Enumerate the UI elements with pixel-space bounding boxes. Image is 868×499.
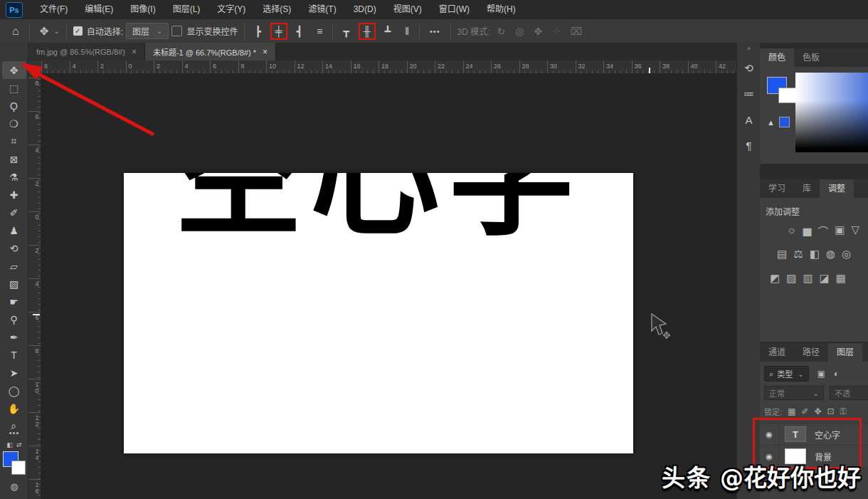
document-tab[interactable]: fm.jpg @ 86.5%(RGB/8#) ×: [28, 43, 145, 61]
menu-item[interactable]: 图层(L): [164, 0, 209, 19]
menu-item[interactable]: 滤镜(T): [300, 0, 344, 19]
tool-button[interactable]: T: [2, 346, 26, 364]
panel-icon[interactable]: A: [739, 109, 759, 130]
panel-tab[interactable]: 库: [794, 179, 820, 198]
tool-button[interactable]: ⌗: [2, 132, 26, 150]
adjustment-icon[interactable]: ◩: [770, 272, 780, 285]
more-options-icon[interactable]: •••: [426, 26, 444, 37]
default-colors-icon[interactable]: ◧: [6, 441, 13, 448]
tool-button[interactable]: ✚: [2, 186, 26, 204]
tool-button[interactable]: ◯: [2, 382, 26, 399]
align-icon[interactable]: ‖: [401, 24, 413, 38]
lock-icon[interactable]: ✥: [814, 406, 821, 416]
move-tool-preset-icon[interactable]: ✥: [36, 23, 53, 39]
tool-button[interactable]: ♟: [2, 221, 26, 239]
show-transform-checkbox[interactable]: [171, 26, 182, 36]
auto-select-target-dropdown[interactable]: 图层 ⌄: [126, 23, 169, 39]
panel-icon[interactable]: ⟲: [739, 58, 759, 79]
document-tab[interactable]: 未标题-1 @ 66.7%(RGB/8#) * ×: [145, 43, 276, 61]
tool-button[interactable]: Ϙ: [2, 97, 26, 115]
close-tab-icon[interactable]: ×: [263, 47, 268, 57]
layer-row[interactable]: ◉ T 空心字: [760, 423, 868, 445]
menu-item[interactable]: 图像(I): [122, 0, 164, 19]
adjustment-icon[interactable]: ▤: [777, 248, 787, 261]
lock-icon[interactable]: ▦: [788, 406, 795, 416]
panel-tab[interactable]: 色板: [794, 48, 828, 67]
tool-button[interactable]: ⊠: [2, 150, 26, 168]
close-tab-icon[interactable]: ×: [132, 47, 137, 57]
tool-button[interactable]: ⚲: [2, 310, 26, 328]
align-icon[interactable]: ┳: [339, 24, 352, 38]
document-canvas[interactable]: 空心字: [124, 173, 633, 453]
blend-mode-dropdown[interactable]: 正常 ⌄: [764, 386, 824, 400]
adjustment-icon[interactable]: ▅: [803, 224, 812, 238]
adjustment-icon[interactable]: ⌒: [817, 224, 828, 238]
tool-button[interactable]: ⬚: [2, 79, 26, 97]
panel-tab[interactable]: 路径: [794, 343, 828, 362]
gamut-color-swatch[interactable]: [779, 117, 790, 127]
3d-mode-icon[interactable]: ✥: [534, 26, 543, 37]
align-icon[interactable]: ╪: [272, 24, 286, 38]
adjustment-icon[interactable]: ☼: [787, 224, 797, 238]
adjustment-icon[interactable]: ▣: [835, 224, 845, 238]
swap-colors-icon[interactable]: ⇄: [16, 441, 22, 448]
quick-mask-icon[interactable]: ◍: [10, 481, 18, 492]
lock-icon[interactable]: ✐: [801, 406, 808, 416]
menu-item[interactable]: 帮助(H): [478, 0, 524, 19]
chevron-down-icon[interactable]: ⌄: [53, 27, 59, 35]
lock-icon[interactable]: ⚿: [840, 406, 847, 416]
align-icon[interactable]: ┫: [293, 24, 306, 38]
panel-icon[interactable]: ≔: [739, 83, 759, 105]
adjustment-icon[interactable]: ◪: [820, 272, 830, 285]
adjustment-icon[interactable]: ▽: [852, 224, 860, 238]
adjustment-icon[interactable]: ◍: [826, 248, 835, 261]
menu-item[interactable]: 文件(F): [31, 0, 76, 19]
tool-button[interactable]: ✥: [2, 61, 26, 79]
layer-filter-icon[interactable]: ◐: [834, 369, 839, 379]
auto-select-checkbox[interactable]: ✓: [73, 26, 83, 36]
edit-toolbar-icon[interactable]: •••: [9, 429, 20, 437]
layer-filter-dropdown[interactable]: ⌕ 类型 ⌄: [764, 366, 809, 382]
background-color-swatch[interactable]: [778, 88, 797, 103]
menu-item[interactable]: 编辑(E): [76, 0, 122, 19]
layer-filter-icon[interactable]: ▣: [817, 369, 825, 379]
home-icon[interactable]: ⌂: [9, 23, 23, 39]
align-icon[interactable]: ┣: [251, 24, 264, 38]
align-icon[interactable]: ≡: [313, 24, 326, 38]
tool-button[interactable]: ✒: [2, 328, 26, 346]
adjustment-icon[interactable]: ◧: [810, 248, 820, 261]
panel-tab[interactable]: 通道: [760, 343, 794, 362]
tool-button[interactable]: ❍: [2, 115, 26, 132]
adjustment-icon[interactable]: ▦: [836, 272, 846, 285]
menu-item[interactable]: 3D(D): [345, 0, 385, 19]
layer-visibility-eye-icon[interactable]: ◉: [760, 424, 779, 445]
expand-panels-icon[interactable]: »: [747, 45, 751, 52]
panel-tab[interactable]: 调整: [820, 179, 854, 198]
tool-button[interactable]: ▨: [2, 275, 26, 293]
tool-button[interactable]: ✋: [2, 399, 26, 417]
lock-icon[interactable]: ⊡: [827, 406, 835, 416]
layer-thumbnail[interactable]: T: [785, 426, 806, 442]
adjustment-icon[interactable]: ⚖: [793, 248, 803, 261]
3d-mode-icon[interactable]: ↻: [497, 26, 506, 37]
3d-mode-icon[interactable]: ◎: [515, 26, 524, 37]
tool-button[interactable]: ☛: [2, 293, 26, 310]
opacity-field[interactable]: 不透: [830, 386, 868, 400]
panel-tab[interactable]: 图层: [828, 343, 862, 362]
tool-button[interactable]: ⚗: [2, 168, 26, 186]
adjustment-icon[interactable]: ▨: [786, 272, 796, 285]
menu-item[interactable]: 视图(V): [385, 0, 430, 19]
panel-tab[interactable]: 学习: [760, 179, 794, 198]
panel-tab[interactable]: 颜色: [760, 48, 794, 67]
tool-button[interactable]: ▱: [2, 257, 26, 275]
menu-item[interactable]: 选择(S): [254, 0, 300, 19]
color-picker-field[interactable]: [795, 73, 868, 152]
menu-item[interactable]: 窗口(W): [430, 0, 478, 19]
tool-button[interactable]: ✐: [2, 204, 26, 221]
align-icon[interactable]: ┻: [381, 24, 394, 38]
tool-button[interactable]: ➤: [2, 364, 26, 382]
3d-mode-icon[interactable]: ⌧: [571, 26, 582, 37]
adjustment-icon[interactable]: ◎: [842, 248, 851, 261]
align-icon[interactable]: ╫: [360, 24, 374, 38]
panel-icon[interactable]: ¶: [739, 135, 759, 156]
